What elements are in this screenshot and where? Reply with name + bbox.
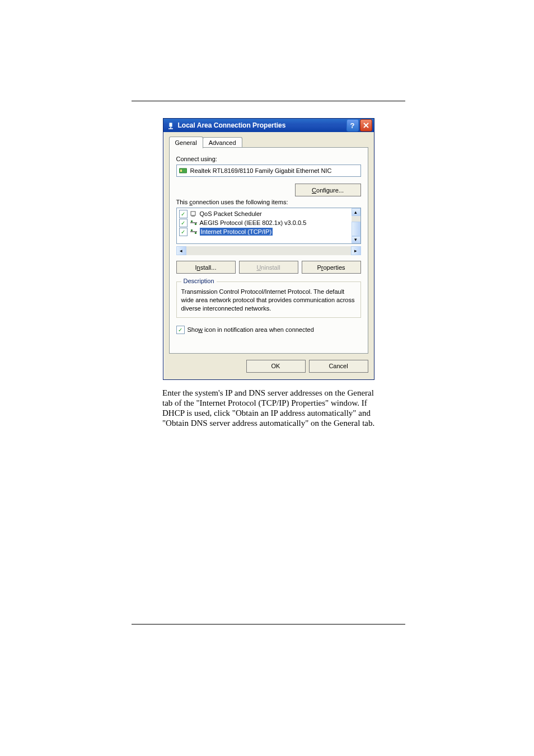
adapter-box[interactable]: Realtek RTL8169/8110 Family Gigabit Ethe… bbox=[176, 165, 361, 177]
tab-general[interactable]: General bbox=[169, 137, 203, 148]
vertical-scrollbar[interactable]: ▴ ▾ bbox=[352, 208, 360, 243]
horizontal-scrollbar[interactable]: ◂ ▸ bbox=[176, 246, 361, 255]
list-item[interactable]: ✓ Internet Protocol (TCP/IP) bbox=[177, 227, 352, 236]
install-button[interactable]: Install... bbox=[176, 261, 236, 274]
show-icon-checkbox[interactable]: ✓ bbox=[176, 326, 185, 334]
hscroll-track[interactable] bbox=[186, 246, 351, 255]
top-rule bbox=[132, 101, 405, 101]
scroll-up-button[interactable]: ▴ bbox=[352, 208, 360, 216]
help-button[interactable]: ? bbox=[346, 119, 359, 132]
scroll-track[interactable] bbox=[352, 216, 360, 236]
nic-icon bbox=[179, 167, 187, 174]
svg-rect-11 bbox=[195, 223, 196, 225]
dialog-title: Local Area Connection Properties bbox=[178, 121, 345, 129]
scroll-down-button[interactable]: ▾ bbox=[352, 236, 360, 244]
cancel-button[interactable]: Cancel bbox=[309, 360, 368, 373]
description-groupbox: Description Transmission Control Protoco… bbox=[176, 281, 361, 318]
items-listbox[interactable]: ✓ QoS Packet Scheduler ✓ bbox=[176, 208, 361, 244]
titlebar[interactable]: Local Area Connection Properties ? bbox=[163, 119, 374, 132]
protocol-icon bbox=[190, 219, 198, 227]
adapter-name: Realtek RTL8169/8110 Family Gigabit Ethe… bbox=[190, 167, 332, 174]
description-text: Transmission Control Protocol/Internet P… bbox=[181, 288, 356, 313]
configure-button[interactable]: Configure... bbox=[295, 184, 361, 196]
dialog-body: General Advanced Connect using: Realtek … bbox=[163, 132, 374, 360]
show-icon-label: Show icon in notification area when conn… bbox=[188, 326, 314, 333]
tab-row: General Advanced bbox=[169, 135, 368, 148]
item-label: AEGIS Protocol (IEEE 802.1x) v3.0.0.5 bbox=[200, 219, 307, 226]
svg-rect-10 bbox=[191, 220, 193, 222]
scheduler-icon bbox=[190, 210, 198, 218]
tab-advanced[interactable]: Advanced bbox=[203, 137, 242, 148]
scroll-right-button[interactable]: ▸ bbox=[351, 246, 361, 255]
properties-button[interactable]: Properties bbox=[302, 261, 361, 274]
bottom-rule bbox=[132, 624, 405, 624]
properties-dialog: Local Area Connection Properties ? Gener… bbox=[163, 118, 374, 380]
show-icon-row[interactable]: ✓ Show icon in notification area when co… bbox=[176, 326, 361, 334]
checkbox-icon[interactable]: ✓ bbox=[179, 228, 188, 236]
list-item[interactable]: ✓ QoS Packet Scheduler bbox=[177, 209, 352, 218]
svg-rect-14 bbox=[195, 232, 196, 234]
svg-rect-8 bbox=[191, 215, 195, 217]
tab-panel: Connect using: Realtek RTL8169/8110 Fami… bbox=[169, 147, 368, 354]
svg-rect-7 bbox=[191, 212, 195, 215]
scroll-thumb[interactable] bbox=[352, 222, 360, 236]
svg-rect-0 bbox=[169, 123, 172, 127]
configure-label: onfigure... bbox=[316, 187, 344, 194]
ok-button[interactable]: OK bbox=[246, 360, 306, 373]
connection-icon bbox=[167, 121, 175, 129]
uninstall-button: Uninstall bbox=[239, 261, 298, 274]
scroll-left-button[interactable]: ◂ bbox=[176, 246, 186, 255]
dialog-buttons: OK Cancel bbox=[163, 360, 374, 379]
checkbox-icon[interactable]: ✓ bbox=[179, 210, 188, 218]
list-item[interactable]: ✓ AEGIS Protocol (IEEE 802.1x) v3.0.0.5 bbox=[177, 218, 352, 227]
checkbox-icon[interactable]: ✓ bbox=[179, 219, 188, 227]
svg-rect-12 bbox=[190, 231, 197, 232]
svg-rect-9 bbox=[190, 222, 197, 223]
item-label: QoS Packet Scheduler bbox=[200, 210, 262, 217]
instruction-paragraph: Enter the system's IP and DNS server add… bbox=[162, 388, 383, 428]
close-button[interactable] bbox=[360, 119, 372, 132]
description-legend: Description bbox=[181, 278, 217, 284]
connect-using-label: Connect using: bbox=[176, 156, 361, 162]
item-label: Internet Protocol (TCP/IP) bbox=[200, 228, 273, 236]
svg-rect-6 bbox=[180, 170, 182, 172]
tcpip-icon bbox=[190, 228, 198, 236]
svg-rect-13 bbox=[191, 229, 193, 231]
items-label: This connection uses the following items… bbox=[176, 199, 361, 205]
